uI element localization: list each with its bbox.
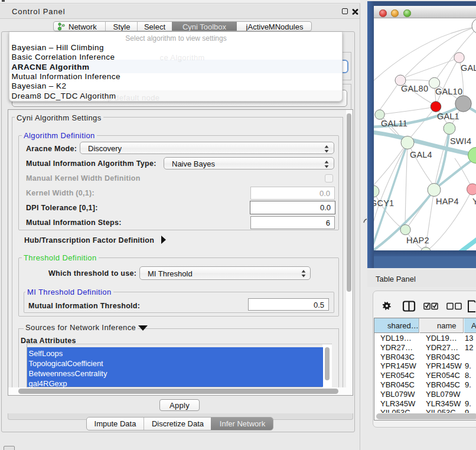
svg-text:GAL4: GAL4 <box>410 150 432 159</box>
svg-text:GAL1: GAL1 <box>437 112 459 121</box>
svg-text:HAP4: HAP4 <box>436 197 459 206</box>
svg-text:Y: Y <box>472 197 476 206</box>
svg-text:GCY1: GCY1 <box>374 198 394 208</box>
svg-text:GAL: GAL <box>461 63 476 73</box>
svg-text:GAL10: GAL10 <box>435 87 462 96</box>
svg-text:HAP2: HAP2 <box>406 236 429 245</box>
svg-text:SWI4: SWI4 <box>450 136 471 146</box>
svg-text:GAL80: GAL80 <box>401 84 428 93</box>
svg-text:GAL11: GAL11 <box>381 119 407 128</box>
